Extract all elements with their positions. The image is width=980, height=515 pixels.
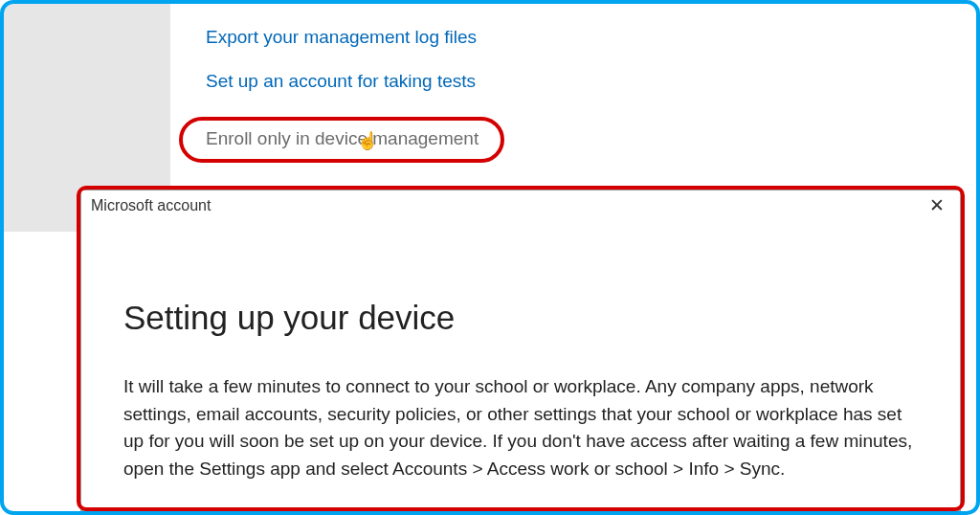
dialog-heading: Setting up your device [123, 299, 918, 337]
dialog-titlebar: Microsoft account ✕ [81, 190, 960, 220]
enroll-device-link-wrapper: Enroll only in device management ☝ [194, 121, 496, 159]
enroll-device-link[interactable]: Enroll only in device management [206, 128, 479, 148]
dialog-title: Microsoft account [91, 197, 211, 214]
export-logs-link[interactable]: Export your management log files [206, 27, 496, 48]
dialog-body: Setting up your device It will take a fe… [81, 220, 960, 482]
close-icon[interactable]: ✕ [924, 194, 950, 216]
setup-tests-link[interactable]: Set up an account for taking tests [206, 71, 496, 92]
settings-links-list: Export your management log files Set up … [206, 27, 496, 159]
dialog-paragraph: It will take a few minutes to connect to… [123, 373, 918, 482]
microsoft-account-dialog: Microsoft account ✕ Setting up your devi… [80, 190, 961, 511]
